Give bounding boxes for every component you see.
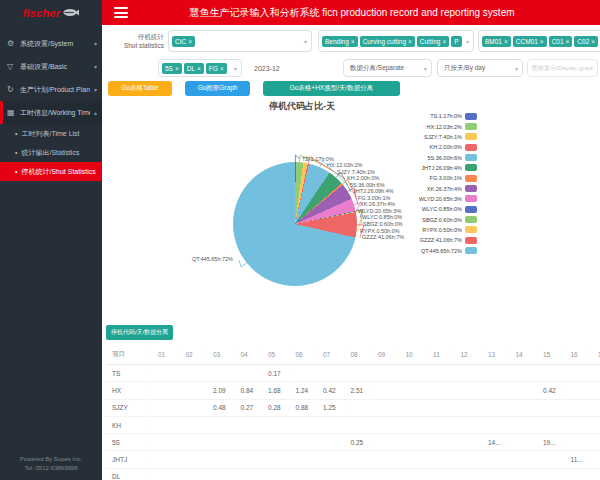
chevron-down-icon: ▾	[465, 38, 470, 45]
table-header-cell: 10	[400, 351, 428, 358]
tag-ccm01[interactable]: CCM01×	[513, 36, 547, 47]
legend-label: HX:12.03h:2%	[427, 124, 462, 130]
pie-chart[interactable]	[233, 162, 357, 286]
table-row-sjzy: SJZY0.480.270.280.881.25	[106, 400, 600, 417]
table-row-5s: 5S0.2514...19...	[106, 434, 600, 451]
legend-label: SBGZ:0.60h:0%	[422, 217, 462, 223]
go-graph-button[interactable]: Go图形Graph	[185, 81, 250, 96]
legend-item-gzzz[interactable]: GZZZ:41.06h:7%	[419, 235, 477, 245]
sidebar-item-time-list[interactable]: • 工时列表/Time List	[0, 124, 102, 143]
table-badge[interactable]: 停机代码/天/数据分离	[106, 325, 173, 340]
table-cell: 19...	[537, 439, 565, 446]
table-header-cell: 05	[262, 351, 290, 358]
table-cell: 0.17	[262, 370, 290, 377]
remove-tag-icon[interactable]: ×	[197, 65, 201, 72]
legend-item-hx[interactable]: HX:12.03h:2%	[419, 121, 477, 131]
tag-p-truncated[interactable]: P	[451, 36, 461, 47]
tag-c02[interactable]: C02×	[574, 36, 598, 47]
tag-fg[interactable]: FG×	[206, 63, 227, 74]
menu-toggle-icon[interactable]	[114, 7, 128, 18]
byday-select[interactable]: 只按天/By day ▾	[437, 59, 523, 77]
legend-swatch	[465, 226, 477, 233]
table-row-label: HX	[106, 387, 152, 394]
legend-swatch	[465, 154, 477, 161]
fish-icon	[63, 8, 79, 17]
remove-tag-icon[interactable]: ×	[566, 38, 570, 45]
display-graph-input[interactable]	[527, 59, 598, 77]
remove-tag-icon[interactable]: ×	[175, 65, 179, 72]
type-select[interactable]: Bending× Curving cutting× Cutting× P ▾	[318, 30, 474, 52]
sidebar-item-working-time[interactable]: ▦ 工时信息/Working Time ▴	[0, 101, 102, 124]
remove-tag-icon[interactable]: ×	[504, 38, 508, 45]
go-table-button[interactable]: Go表格Table	[108, 81, 172, 96]
sidebar-item-product-plan[interactable]: ↻ 生产计划/Product Plan ▾	[0, 78, 102, 101]
legend-label: FG:3.00h:1%	[430, 175, 462, 181]
legend-item-kh[interactable]: KH:2.00h:0%	[419, 142, 477, 152]
legend-label: 5S:36.00h:6%	[427, 155, 462, 161]
sidebar-item-shut-statistics[interactable]: • 停机统计/Shut Statistics	[0, 162, 102, 181]
sidebar-item-basic[interactable]: ▽ 基础设置/Basic ▾	[0, 55, 102, 78]
legend-item-5s[interactable]: 5S:36.00h:6%	[419, 152, 477, 162]
legend-item-qt[interactable]: QT:445.65h:72%	[419, 245, 477, 255]
chevron-down-icon: ▾	[94, 63, 97, 70]
legend-item-jhtj[interactable]: JHTJ:26.09h:4%	[419, 163, 477, 173]
legend-item-fg[interactable]: FG:3.00h:1%	[419, 173, 477, 183]
sidebar-item-statistics[interactable]: • 统计输出/Statistics	[0, 143, 102, 162]
legend-label: XK:26.37h:4%	[427, 186, 462, 192]
legend-swatch	[465, 175, 477, 182]
legend-item-ts[interactable]: TS:1.17h:0%	[419, 111, 477, 121]
tag-bending[interactable]: Bending×	[322, 36, 358, 47]
data-table: 项目0102030405060708091011121314151617TS0.…	[106, 345, 600, 480]
legend-swatch	[465, 237, 477, 244]
legend-item-sbgz[interactable]: SBGZ:0.60h:0%	[419, 214, 477, 224]
table-header-cell: 01	[152, 351, 180, 358]
remove-tag-icon[interactable]: ×	[351, 38, 355, 45]
filter-icon: ▽	[7, 62, 16, 71]
remove-tag-icon[interactable]: ×	[540, 38, 544, 45]
code-select[interactable]: 5S× DL× FG× ▾	[158, 59, 242, 77]
legend-item-sjzy[interactable]: SJZY:7.40h:1%	[419, 132, 477, 142]
table-row-jhtj: JHTJ11...	[106, 451, 600, 468]
tag-c01[interactable]: C01×	[549, 36, 573, 47]
chevron-down-icon: ▾	[94, 86, 97, 93]
app-window: fischer 慧鱼生产记录输入和分析系统 ficn production re…	[0, 0, 600, 480]
remove-tag-icon[interactable]: ×	[408, 38, 412, 45]
table-cell: 1.25	[317, 404, 345, 411]
machine-select[interactable]: BM01× CCM01× C01× C02×	[478, 30, 600, 52]
table-cell: 0.25	[345, 439, 373, 446]
tag-cutting[interactable]: Cutting×	[417, 36, 449, 47]
table-cell: 11...	[565, 456, 593, 463]
logo-area: fischer	[0, 0, 102, 25]
tag-dl[interactable]: DL×	[184, 63, 204, 74]
table-header-cell: 06	[290, 351, 318, 358]
table-header-cell: 09	[372, 351, 400, 358]
table-cell: 1.68	[262, 387, 290, 394]
tag-bm01[interactable]: BM01×	[482, 36, 511, 47]
chevron-up-icon: ▴	[94, 109, 97, 116]
month-input[interactable]	[248, 59, 340, 77]
legend-label: WLYC:0.85h:0%	[422, 206, 462, 212]
remove-tag-icon[interactable]: ×	[442, 38, 446, 45]
legend-swatch	[465, 164, 477, 171]
legend-item-xk[interactable]: XK:26.37h:4%	[419, 183, 477, 193]
legend-item-wlyc[interactable]: WLYC:0.85h:0%	[419, 204, 477, 214]
table-header-cell: 08	[345, 351, 373, 358]
remove-tag-icon[interactable]: ×	[591, 38, 595, 45]
sidebar-item-system[interactable]: ⚙ 系统设置/System ▾	[0, 32, 102, 55]
legend-label: SJZY:7.40h:1%	[424, 134, 462, 140]
tag-5s[interactable]: 5S×	[162, 63, 182, 74]
tag-curving-cutting[interactable]: Curving cutting×	[360, 36, 415, 47]
table-cell: 0.42	[317, 387, 345, 394]
chart-legend: TS:1.17h:0%HX:12.03h:2%SJZY:7.40h:1%KH:2…	[419, 111, 477, 256]
tag-cic[interactable]: CIC×	[172, 36, 195, 47]
legend-item-rypx[interactable]: RYPX:0.50h:0%	[419, 225, 477, 235]
section-label: 停机统计 Shut statistics	[102, 33, 164, 50]
separate-select[interactable]: 数据分离/Separate ▾	[343, 59, 432, 77]
legend-swatch	[465, 144, 477, 151]
main-content: 停机统计 Shut statistics CIC× ▾ Bending× Cur…	[102, 25, 600, 480]
remove-tag-icon[interactable]: ×	[220, 65, 224, 72]
go-combo-button[interactable]: Go表格+HX换型/天/数据分离	[263, 81, 400, 96]
process-select[interactable]: CIC× ▾	[168, 30, 312, 52]
remove-tag-icon[interactable]: ×	[188, 38, 192, 45]
legend-item-wlyd[interactable]: WLYD:20.65h:3%	[419, 194, 477, 204]
